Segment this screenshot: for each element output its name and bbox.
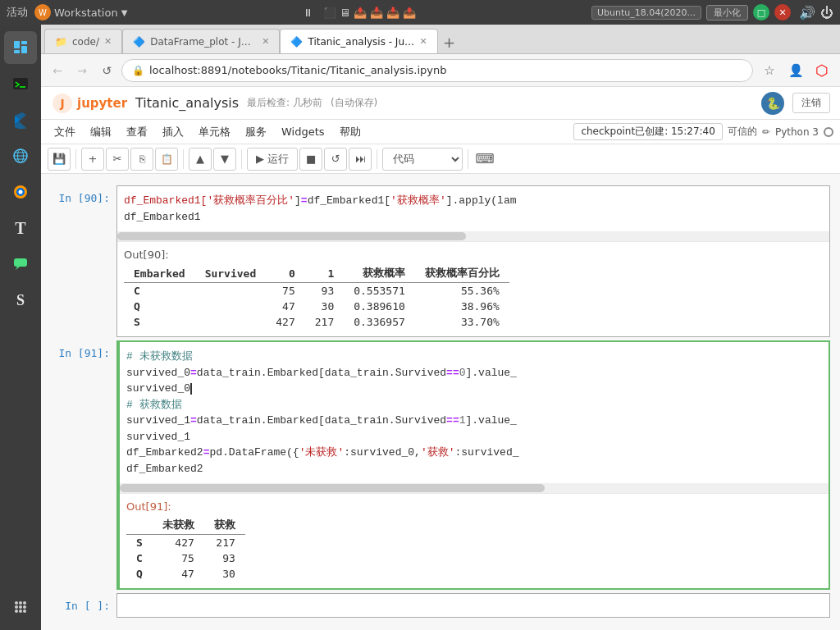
sidebar-icon-apps[interactable] [4,591,37,623]
svg-point-23 [19,609,22,613]
th2-index [126,516,153,535]
tab3-close[interactable]: ✕ [419,36,427,47]
jupyter-logo: J jupyter [51,92,127,115]
row-c-surv [195,283,267,299]
cell-91-input: # 未获救数据 survived_0=data_train.Embarked[d… [120,342,829,483]
kernel-status [824,127,833,137]
cut-btn[interactable]: ✂ [106,148,129,171]
svg-text:J: J [59,97,64,110]
sidebar-icon-t[interactable]: T [4,212,37,244]
row-s-surv [195,314,267,330]
add-cell-btn[interactable]: + [81,148,104,171]
row2-s-0: 427 [153,535,204,551]
stop-btn[interactable]: ■ [299,148,322,171]
tab-code[interactable]: 📁 code/ ✕ [44,29,122,53]
svg-point-18 [23,601,26,605]
row-c-rate: 0.553571 [344,283,415,299]
copy-btn[interactable]: ⎘ [130,148,153,171]
sep3 [241,149,242,169]
table-row: Q 47 30 [126,566,245,582]
activities-label[interactable]: 活动 [7,5,28,20]
sidebar-icon-browser[interactable] [4,139,37,172]
volume-icon[interactable]: 🔊 [799,5,815,21]
tab-dataframe[interactable]: 🔷 DataFrame_plot - Jupyte... ✕ [122,29,280,53]
cell-90-scrollbar[interactable] [117,231,829,241]
out-91-prompt: Out[91]: [126,500,822,513]
kernel-name-display: Python 3 [775,126,819,138]
tab1-close[interactable]: ✕ [104,36,112,47]
cell-new: In [ ]: [41,593,840,618]
window-controls-icons: ⬛ 🖥 📤 📥 📥 📤 [323,7,417,19]
sidebar-icon-firefox[interactable] [4,176,37,208]
cell-91-content[interactable]: # 未获救数据 survived_0=data_train.Embarked[d… [116,340,830,590]
row2-q-0: 47 [153,566,204,582]
power-icon[interactable]: ⏻ [820,5,833,21]
sidebar-icon-vscode[interactable] [4,103,37,136]
bookmark-icon[interactable]: ☆ [758,59,781,82]
move-down-btn[interactable]: ▼ [213,148,236,171]
sidebar-icon-chat[interactable] [4,248,37,281]
cell-new-content[interactable] [116,593,830,618]
extension-icon[interactable]: ⬡ [810,59,833,82]
restart-run-btn[interactable]: ⏭ [349,148,372,171]
menu-help[interactable]: 帮助 [333,123,368,141]
cell-91: In [91]: # 未获救数据 survived_0=data_train.E… [41,340,840,590]
cell-91-scrollbar[interactable] [120,483,829,493]
forward-btn[interactable]: → [72,61,92,80]
menu-edit[interactable]: 编辑 [84,123,118,141]
jupyter-trusted-btn[interactable]: 注销 [792,93,830,113]
minimize-btn[interactable]: 最小化 [706,5,748,21]
tab-bar: 📁 code/ ✕ 🔷 DataFrame_plot - Jupyte... ✕… [41,25,840,54]
browser: 📁 code/ ✕ 🔷 DataFrame_plot - Jupyte... ✕… [41,25,840,630]
th-0: 0 [266,264,304,283]
sidebar-icon-terminal[interactable] [4,67,37,100]
pause-icon[interactable]: ⏸ [303,7,313,19]
workstation-menu[interactable]: W Workstation ▼ [34,4,127,21]
menu-widgets[interactable]: Widgets [275,124,331,139]
menu-file[interactable]: 文件 [48,123,82,141]
tab1-label: code/ [72,36,99,48]
run-btn[interactable]: ▶ 运行 [247,148,298,171]
svg-point-24 [23,609,26,613]
row-q-0: 47 [266,299,304,314]
menu-insert[interactable]: 插入 [156,123,190,141]
window-title-badge: Ubuntu_18.04(2020... [591,6,701,20]
save-btn[interactable]: 💾 [48,148,71,171]
jupyter-autosave: (自动保存) [331,96,377,110]
th-embarked: Embarked [124,264,195,283]
sep5 [468,149,468,169]
paste-btn[interactable]: 📋 [155,148,178,171]
sep2 [183,149,184,169]
sep4 [377,149,377,169]
new-tab-btn[interactable]: + [438,30,461,53]
menu-kernel[interactable]: 服务 [239,123,273,141]
menu-view[interactable]: 查看 [120,123,154,141]
row2-c-label: C [126,550,153,566]
jupyter-filename[interactable]: Titanic_analysis [135,95,239,111]
menu-cell[interactable]: 单元格 [192,123,237,141]
sidebar-icon-slack[interactable]: S [4,284,37,317]
tab-titanic[interactable]: 🔷 Titanic_analysis - Jupyte... ✕ [280,29,437,53]
tab3-icon: 🔷 [290,36,303,48]
cell-type-select[interactable]: 代码 Markdown Raw [382,148,463,171]
url-bar[interactable]: 🔒 localhost:8891/notebooks/Titanic/Titan… [121,59,753,82]
row-s-label: S [124,314,195,330]
cell-90-content[interactable]: df_Embarked1['获救概率百分比']=df_Embarked1['获救… [116,185,830,337]
svg-rect-1 [21,41,27,44]
restart-btn[interactable]: ↺ [324,148,347,171]
jupyter-logo-text: jupyter [77,96,127,111]
move-up-btn[interactable]: ▲ [189,148,212,171]
cell-91-scroll-thumb [120,484,545,492]
row-c-pct: 55.36% [415,283,509,299]
keyboard-btn[interactable]: ⌨ [473,148,496,171]
sidebar-icon-files[interactable] [4,31,37,64]
system-top-bar: 活动 W Workstation ▼ ⏸ ⬛ 🖥 📤 📥 📥 📤 Ubuntu_… [0,0,840,25]
window-close-btn[interactable]: ✕ [774,4,791,21]
table-row: S 427 217 [126,535,245,551]
back-btn[interactable]: ← [48,61,67,80]
window-max-btn[interactable]: □ [753,4,769,21]
row-s-pct: 33.70% [415,314,509,330]
refresh-btn[interactable]: ↺ [97,61,116,80]
profile-icon[interactable]: 👤 [784,59,807,82]
tab2-close[interactable]: ✕ [262,36,269,47]
